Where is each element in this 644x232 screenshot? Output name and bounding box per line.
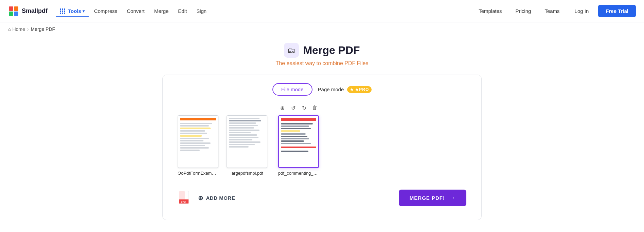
- pro-badge: ★ ★PRO: [347, 86, 372, 93]
- page-title: Merge PDF: [303, 44, 360, 57]
- file-thumbnail: [227, 115, 267, 168]
- chevron-down-icon: ▾: [83, 9, 85, 14]
- page-mode-area: Page mode ★ ★PRO: [318, 86, 372, 93]
- file-name: pdf_commenting_new....: [278, 171, 319, 176]
- svg-rect-4: [14, 12, 18, 16]
- nav-edit[interactable]: Edit: [174, 5, 191, 17]
- arrow-right-icon: →: [449, 194, 455, 201]
- navbar: Smallpdf Tools ▾ Compress Convert Merge …: [0, 0, 644, 22]
- list-item[interactable]: largepdfsmpl.pdf: [227, 115, 267, 176]
- svg-rect-2: [14, 6, 18, 11]
- selected-file-wrapper: ⊕ ↺ ↻ 🗑: [275, 102, 322, 176]
- file-name: largepdfsmpl.pdf: [231, 171, 263, 176]
- merge-pdf-button[interactable]: MERGE PDF! →: [399, 190, 466, 206]
- pdf-doc-icon: PDF: [178, 191, 193, 206]
- add-more-button[interactable]: ⊕ ADD MORE: [198, 194, 235, 202]
- nav-templates[interactable]: Templates: [473, 5, 507, 17]
- navbar-left: Smallpdf Tools ▾ Compress Convert Merge …: [8, 5, 211, 17]
- list-item[interactable]: OoPdfFormExample.pdf: [178, 115, 218, 176]
- navbar-right: Templates Pricing Teams Log In Free Tria…: [473, 5, 636, 17]
- rotate-left-icon[interactable]: ↺: [289, 104, 297, 112]
- merge-panel: File mode Page mode ★ ★PRO: [162, 75, 482, 220]
- free-trial-button[interactable]: Free Trial: [598, 5, 636, 17]
- svg-rect-7: [179, 191, 185, 199]
- page-subtitle: The easiest way to combine PDF Files: [276, 60, 369, 66]
- rotate-right-icon[interactable]: ↻: [300, 104, 308, 112]
- file-thumbnail-selected: [278, 115, 319, 168]
- logo[interactable]: Smallpdf: [8, 6, 48, 17]
- add-more-area: PDF ⊕ ADD MORE: [178, 191, 235, 206]
- svg-text:PDF: PDF: [181, 201, 186, 204]
- list-item[interactable]: pdf_commenting_new....: [278, 115, 319, 176]
- svg-rect-1: [9, 6, 13, 11]
- nav-sign[interactable]: Sign: [192, 5, 211, 17]
- smallpdf-logo-icon: [8, 6, 19, 17]
- star-icon: ★: [350, 87, 354, 92]
- nav-links: Tools ▾ Compress Convert Merge Edit Sign: [56, 5, 211, 17]
- login-button[interactable]: Log In: [568, 5, 596, 17]
- merge-icon: 🗂: [287, 45, 296, 55]
- page-title-area: 🗂 Merge PDF: [284, 43, 360, 58]
- merge-icon-box: 🗂: [284, 43, 299, 58]
- file-name: OoPdfFormExample.pdf: [178, 171, 218, 176]
- zoom-icon[interactable]: ⊕: [278, 104, 286, 112]
- file-thumbnail: [178, 115, 218, 168]
- tools-grid-icon: [60, 8, 65, 14]
- logo-text: Smallpdf: [22, 7, 48, 15]
- mode-toggle: File mode Page mode ★ ★PRO: [171, 83, 473, 96]
- bottom-bar: PDF ⊕ ADD MORE MERGE PDF! →: [171, 184, 473, 212]
- delete-icon[interactable]: 🗑: [311, 104, 319, 112]
- breadcrumb-separator: ›: [27, 26, 29, 32]
- files-area: OoPdfFormExample.pdf: [171, 102, 473, 176]
- home-icon: ⌂: [8, 26, 11, 32]
- nav-tools[interactable]: Tools ▾: [56, 5, 89, 17]
- nav-convert[interactable]: Convert: [123, 5, 149, 17]
- breadcrumb-home[interactable]: ⌂ Home: [8, 26, 25, 32]
- svg-rect-3: [9, 12, 13, 16]
- nav-pricing[interactable]: Pricing: [510, 5, 537, 17]
- main-content: 🗂 Merge PDF The easiest way to combine P…: [0, 36, 644, 232]
- page-mode-label: Page mode: [318, 86, 344, 92]
- nav-compress[interactable]: Compress: [90, 5, 121, 17]
- nav-teams[interactable]: Teams: [539, 5, 565, 17]
- file-toolbar: ⊕ ↺ ↻ 🗑: [275, 102, 322, 113]
- nav-merge[interactable]: Merge: [150, 5, 173, 17]
- plus-circle-icon: ⊕: [198, 194, 203, 202]
- breadcrumb-current: Merge PDF: [31, 26, 55, 32]
- breadcrumb: ⌂ Home › Merge PDF: [0, 22, 644, 36]
- file-mode-button[interactable]: File mode: [272, 83, 312, 96]
